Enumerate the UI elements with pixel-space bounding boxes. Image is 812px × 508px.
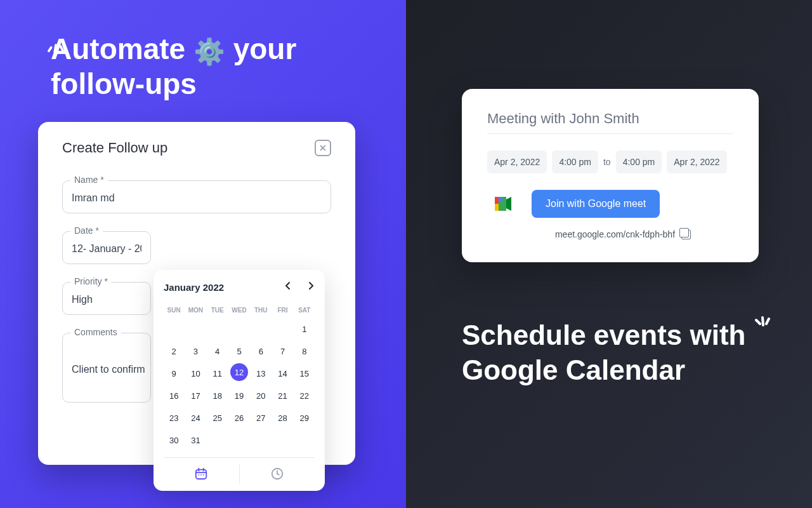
calendar-footer (164, 457, 315, 483)
calendar-dayname: FRI (272, 303, 292, 318)
calendar-dayname: SUN (164, 303, 184, 318)
date-label: Date * (70, 225, 103, 236)
date-value: 12- January - 2022 (72, 243, 141, 255)
prev-month-button[interactable] (284, 281, 291, 293)
calendar-grid: SUNMONTUEWEDTHUFRISAT1234567891011121314… (164, 303, 315, 451)
calendar-day[interactable]: 16 (164, 385, 184, 406)
meeting-times: Apr 2, 2022 4:00 pm to 4:00 pm Apr 2, 20… (487, 150, 733, 173)
start-date-chip[interactable]: Apr 2, 2022 (487, 150, 547, 173)
calendar-icon (194, 467, 208, 481)
calendar-day[interactable]: 24 (185, 408, 206, 429)
headline-right: Schedule events with Google Calendar (462, 318, 812, 387)
calendar-day[interactable]: 31 (185, 430, 206, 451)
calendar-dayname: MON (185, 303, 206, 318)
calendar-date-tab[interactable] (164, 464, 240, 483)
close-button[interactable]: ✕ (315, 140, 331, 156)
svg-rect-9 (495, 204, 499, 211)
card-header: Create Follow up ✕ (62, 140, 331, 156)
calendar-day[interactable]: 8 (294, 341, 315, 362)
name-field[interactable]: Name * Imran md (62, 180, 331, 213)
calendar-day[interactable]: 30 (164, 430, 184, 451)
calendar-day[interactable]: 4 (207, 341, 228, 362)
calendar-dayname: SAT (294, 303, 315, 318)
calendar-day[interactable]: 7 (272, 341, 292, 362)
google-meet-icon (495, 197, 513, 211)
join-meet-button[interactable]: Join with Google meet (532, 190, 660, 218)
headline-left: Automate ⚙️ your follow-ups (51, 32, 376, 102)
meet-link: meet.google.com/cnk-fdph-bhf (555, 229, 675, 239)
calendar-dayname: THU (251, 303, 271, 318)
calendar-day[interactable]: 23 (164, 408, 184, 429)
calendar-day[interactable]: 1 (294, 319, 315, 340)
calendar-day[interactable]: 11 (207, 363, 228, 384)
calendar-day[interactable]: 18 (207, 385, 228, 406)
calendar-day[interactable]: 25 (207, 408, 228, 429)
calendar-day[interactable]: 10 (185, 363, 206, 384)
svg-point-4 (199, 474, 200, 476)
meeting-title[interactable]: Meeting with John Smith (487, 110, 733, 134)
calendar-day[interactable]: 21 (272, 385, 292, 406)
comments-field[interactable]: Comments Client to confirm (62, 333, 151, 403)
calendar-month-label: January 2022 (164, 282, 224, 293)
priority-value: High (72, 294, 141, 305)
end-time-chip[interactable]: 4:00 pm (616, 150, 662, 173)
calendar-day[interactable]: 27 (251, 408, 271, 429)
end-date-chip[interactable]: Apr 2, 2022 (667, 150, 726, 173)
calendar-dayname: TUE (207, 303, 228, 318)
calendar-time-tab[interactable] (240, 464, 315, 483)
calendar-day[interactable]: 15 (294, 363, 315, 384)
meet-row: Join with Google meet (487, 190, 733, 218)
svg-rect-8 (495, 197, 499, 204)
right-panel: Meeting with John Smith Apr 2, 2022 4:00… (406, 0, 812, 508)
calendar-day[interactable]: 14 (272, 363, 292, 384)
calendar-day[interactable]: 20 (251, 385, 271, 406)
comments-value: Client to confirm (72, 364, 141, 375)
svg-point-5 (200, 474, 202, 476)
calendar-day[interactable]: 2 (164, 341, 184, 362)
calendar-day[interactable]: 9 (164, 363, 184, 384)
left-panel: Automate ⚙️ your follow-ups Create Follo… (0, 0, 406, 508)
headline-part1: Automate (51, 32, 185, 65)
calendar-day[interactable]: 22 (294, 385, 315, 406)
calendar-day[interactable]: 5 (229, 341, 249, 362)
gear-icon: ⚙️ (193, 37, 225, 65)
calendar-nav (284, 281, 315, 293)
calendar-day[interactable]: 19 (229, 385, 249, 406)
svg-rect-11 (499, 197, 502, 201)
calendar-day[interactable]: 3 (185, 341, 206, 362)
clock-icon (270, 467, 284, 481)
next-month-button[interactable] (308, 281, 315, 293)
calendar-day[interactable]: 28 (272, 408, 292, 429)
start-time-chip[interactable]: 4:00 pm (552, 150, 598, 173)
comments-label: Comments (70, 327, 121, 337)
name-label: Name * (70, 175, 108, 185)
date-field[interactable]: Date * 12- January - 2022 (62, 231, 151, 264)
svg-point-6 (203, 474, 204, 476)
card-title: Create Follow up (62, 140, 167, 156)
calendar-popup: January 2022 SUNMONTUEWEDTHUFRISAT123456… (154, 270, 325, 491)
svg-rect-0 (196, 470, 207, 479)
calendar-day[interactable]: 13 (251, 363, 271, 384)
meeting-card: Meeting with John Smith Apr 2, 2022 4:00… (462, 89, 759, 262)
calendar-day[interactable]: 26 (229, 408, 249, 429)
calendar-day[interactable]: 17 (185, 385, 206, 406)
calendar-day[interactable]: 12 (230, 363, 248, 381)
to-label: to (603, 157, 611, 167)
name-value: Imran md (72, 192, 322, 204)
calendar-day[interactable]: 29 (294, 408, 315, 429)
calendar-header: January 2022 (164, 281, 315, 293)
meet-link-row: meet.google.com/cnk-fdph-bhf (487, 229, 733, 239)
priority-field[interactable]: Priority * High (62, 282, 151, 315)
priority-label: Priority * (70, 276, 112, 286)
calendar-day[interactable]: 6 (251, 341, 271, 362)
accent-tick-icon (48, 37, 65, 53)
calendar-dayname: WED (229, 303, 249, 318)
copy-link-button[interactable] (681, 230, 691, 239)
